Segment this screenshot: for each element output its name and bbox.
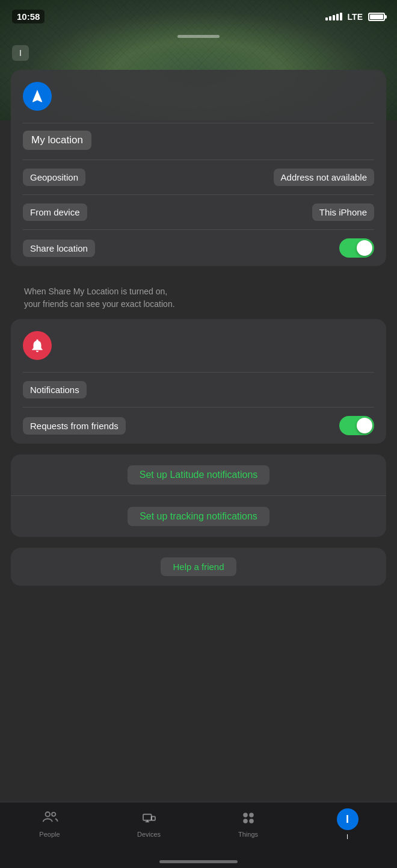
from-device-label: From device — [23, 203, 87, 221]
address-value: Address not available — [274, 169, 374, 186]
tab-devices-label: Devices — [137, 831, 161, 838]
geoposition-row: Geoposition Address not available — [23, 160, 374, 194]
my-location-row: My location — [23, 123, 374, 160]
battery-icon — [368, 13, 385, 21]
signal-bar-5 — [340, 13, 342, 20]
toggle-thumb — [357, 240, 372, 256]
latitude-notifications-row[interactable]: Set up Latitude notifications — [11, 454, 386, 496]
location-icon-row — [23, 82, 374, 111]
tracking-notifications-row[interactable]: Set up tracking notifications — [11, 496, 386, 537]
requests-toggle[interactable] — [339, 416, 374, 435]
action-links-card: Set up Latitude notifications Set up tra… — [11, 454, 386, 537]
battery-fill — [370, 14, 383, 19]
tab-people-label: People — [39, 831, 60, 838]
svg-point-1 — [52, 813, 55, 816]
svg-point-9 — [249, 819, 254, 823]
description-line1: When Share My Location is turned on, — [24, 287, 167, 296]
status-right: LTE — [325, 12, 385, 22]
svg-point-0 — [45, 812, 50, 817]
requests-label: Requests from friends — [23, 417, 126, 435]
tab-devices[interactable]: Devices — [99, 808, 198, 838]
location-arrow-icon — [23, 82, 52, 111]
svg-point-7 — [249, 813, 254, 817]
tab-bar: People Devices Things I I — [0, 802, 397, 868]
help-friend-text: Help a friend — [161, 557, 236, 576]
latitude-link-text: Set up Latitude notifications — [128, 465, 270, 485]
status-bar: 10:58 LTE — [0, 0, 397, 30]
avatar-letter: I — [346, 813, 349, 826]
people-icon — [40, 808, 60, 828]
notifications-label-row: Notifications — [23, 372, 374, 407]
home-indicator — [159, 860, 238, 863]
edit-button[interactable]: I — [12, 45, 29, 61]
devices-icon — [140, 808, 159, 828]
requests-toggle-thumb — [357, 418, 372, 433]
svg-point-8 — [243, 819, 248, 823]
status-time: 10:58 — [12, 10, 45, 23]
location-card: My location Geoposition Address not avai… — [11, 70, 386, 266]
tab-things[interactable]: Things — [198, 808, 298, 838]
signal-bar-2 — [329, 16, 331, 20]
signal-bars — [325, 13, 342, 20]
signal-bar-4 — [336, 14, 339, 20]
tab-things-label: Things — [238, 831, 258, 838]
tab-me-label: I — [346, 833, 348, 840]
requests-row: Requests from friends — [23, 407, 374, 444]
bell-icon — [23, 331, 52, 360]
edit-button-row: I — [0, 45, 397, 70]
geoposition-label: Geoposition — [23, 169, 85, 186]
this-iphone-value: This iPhone — [312, 203, 374, 221]
share-location-label: Share location — [23, 240, 95, 257]
tab-me[interactable]: I I — [298, 808, 397, 840]
signal-bar-3 — [333, 15, 335, 20]
main-content: My location Geoposition Address not avai… — [0, 70, 397, 669]
notifications-label: Notifications — [23, 381, 87, 398]
location-description: When Share My Location is turned on, you… — [11, 277, 386, 319]
svg-point-6 — [243, 813, 248, 817]
lte-label: LTE — [348, 12, 363, 22]
my-location-label: My location — [23, 131, 91, 150]
things-icon — [239, 808, 258, 828]
help-friend-card: Help a friend — [11, 548, 386, 586]
svg-rect-2 — [143, 814, 152, 820]
drag-pill — [177, 35, 220, 38]
tracking-link-text: Set up tracking notifications — [128, 507, 269, 526]
drag-indicator — [0, 35, 397, 38]
share-location-row: Share location — [23, 229, 374, 266]
notifications-card: Notifications Requests from friends — [11, 319, 386, 444]
from-device-row: From device This iPhone — [23, 194, 374, 229]
signal-bar-1 — [325, 17, 328, 20]
share-location-toggle[interactable] — [339, 238, 374, 258]
description-line2: your friends can see your exact location… — [24, 299, 175, 309]
svg-rect-3 — [151, 817, 155, 820]
tab-people[interactable]: People — [0, 808, 99, 838]
help-row[interactable]: Help a friend — [11, 548, 386, 586]
avatar-icon: I — [337, 808, 359, 830]
